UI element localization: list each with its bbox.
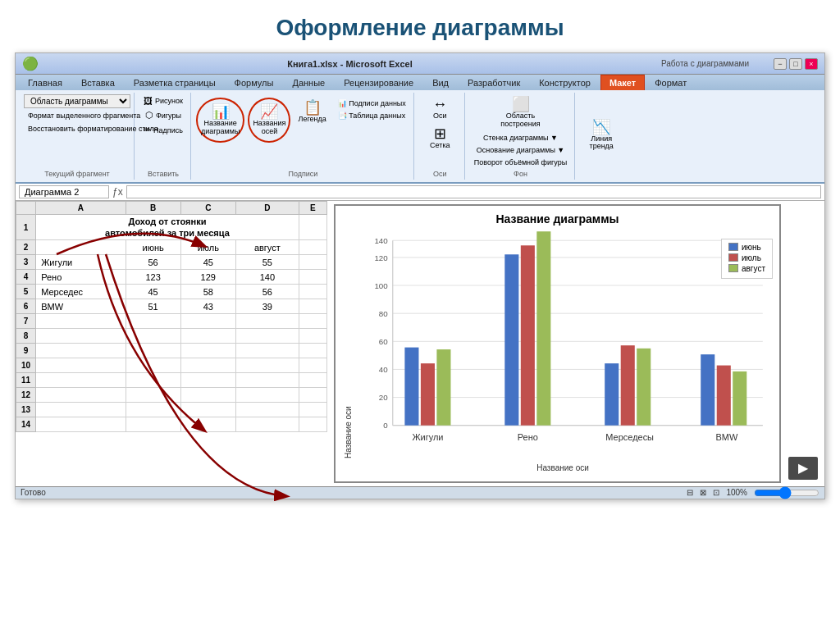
trendline-btn[interactable]: 📉 Линиятренда bbox=[585, 117, 618, 154]
table-row: 14 bbox=[16, 417, 327, 432]
cell-5d[interactable]: 56 bbox=[235, 285, 299, 299]
col-header-a: A bbox=[36, 201, 126, 214]
cell-2b[interactable]: июнь bbox=[126, 240, 180, 255]
tab-view[interactable]: Вид bbox=[423, 75, 458, 90]
next-slide-button[interactable] bbox=[788, 457, 818, 480]
status-text: Готово bbox=[21, 488, 46, 497]
zoom-slider[interactable] bbox=[754, 488, 819, 498]
tab-page-layout[interactable]: Разметка страницы bbox=[125, 75, 225, 90]
cell-2e[interactable] bbox=[299, 240, 326, 255]
group-label-current: Текущий фрагмент bbox=[44, 168, 109, 178]
tab-insert[interactable]: Вставка bbox=[72, 75, 124, 90]
cell-4c[interactable]: 129 bbox=[180, 270, 235, 285]
axes-btn[interactable]: ↔ Оси bbox=[423, 94, 456, 123]
cell-3b[interactable]: 56 bbox=[126, 255, 180, 270]
formula-bar: ƒx bbox=[16, 184, 824, 201]
cell-title[interactable]: Доход от стоянкиавтомобилей за три месяц… bbox=[36, 214, 299, 240]
maximize-button[interactable]: □ bbox=[789, 58, 802, 70]
cell-2c[interactable]: июль bbox=[180, 240, 235, 255]
view-normal-icon[interactable]: ⊟ bbox=[687, 488, 693, 497]
cell-4a[interactable]: Рено bbox=[36, 270, 126, 285]
tab-developer[interactable]: Разработчик bbox=[459, 75, 529, 90]
row-header-5: 5 bbox=[16, 285, 36, 299]
shapes-btn[interactable]: ⬡ Фигуры bbox=[141, 108, 185, 122]
tab-review[interactable]: Рецензирование bbox=[335, 75, 422, 90]
rotate-3d-btn[interactable]: Поворот объёмной фигуры bbox=[470, 157, 571, 168]
cell-4d[interactable]: 140 bbox=[235, 270, 299, 285]
cell-5c[interactable]: 58 bbox=[180, 285, 235, 299]
y-axis-label: Название оси bbox=[342, 229, 353, 458]
tab-formulas[interactable]: Формулы bbox=[226, 75, 283, 90]
chart-area-dropdown[interactable]: Область диаграммы bbox=[24, 94, 130, 108]
cell-3c[interactable]: 45 bbox=[180, 255, 235, 270]
legend-btn[interactable]: 📋 Легенда bbox=[294, 98, 330, 126]
cell-5b[interactable]: 45 bbox=[126, 285, 180, 299]
legend-label-june: июнь bbox=[742, 243, 761, 252]
chart-wall-btn[interactable]: Стенка диаграммы ▼ bbox=[479, 132, 562, 144]
tab-layout[interactable]: Макет bbox=[600, 75, 645, 90]
gridlines-btn[interactable]: ⊞ Сетка bbox=[423, 124, 456, 153]
chart-area: Название диаграммы Название оси bbox=[327, 201, 824, 486]
row-header-6: 6 bbox=[16, 299, 36, 314]
ribbon-group-background: ⬜ Областьпостроения Стенка диаграммы ▼ О… bbox=[467, 93, 575, 180]
cell-6c[interactable]: 43 bbox=[180, 299, 235, 314]
legend-item-august: август bbox=[728, 264, 765, 273]
legend-label-august: август bbox=[742, 264, 765, 273]
chart-legend: июнь июль август bbox=[721, 239, 773, 279]
textbox-btn[interactable]: ✏ Надпись bbox=[139, 123, 187, 137]
cell-3d[interactable]: 55 bbox=[235, 255, 299, 270]
cell-4e[interactable] bbox=[299, 270, 326, 285]
group-label-labels: Подписи bbox=[288, 168, 317, 178]
minimize-button[interactable]: − bbox=[774, 58, 787, 70]
cell-6b[interactable]: 51 bbox=[126, 299, 180, 314]
plot-area-btn[interactable]: ⬜ Областьпостроения bbox=[496, 94, 544, 131]
cell-3e[interactable] bbox=[299, 255, 326, 270]
cell-6a[interactable]: BMW bbox=[36, 299, 126, 314]
cell-6d[interactable]: 39 bbox=[235, 299, 299, 314]
svg-text:40: 40 bbox=[379, 365, 388, 374]
cell-5e[interactable] bbox=[299, 285, 326, 299]
name-box[interactable] bbox=[19, 185, 109, 198]
plot-area-icon: ⬜ bbox=[512, 97, 530, 112]
tab-home[interactable]: Главная bbox=[19, 75, 71, 90]
view-layout-icon[interactable]: ⊠ bbox=[700, 488, 706, 497]
tab-format[interactable]: Формат bbox=[646, 75, 696, 90]
formula-input[interactable] bbox=[126, 185, 821, 198]
bar-bmw-july bbox=[717, 365, 731, 425]
chart-floor-btn[interactable]: Основание диаграммы ▼ bbox=[472, 144, 569, 156]
view-page-icon[interactable]: ⊡ bbox=[713, 488, 719, 497]
restore-style-btn[interactable]: Восстановить форматирование стиля bbox=[24, 123, 130, 134]
svg-text:140: 140 bbox=[374, 236, 388, 245]
cell-1e[interactable] bbox=[299, 214, 326, 240]
axis-title-btn[interactable]: 📈 Названияосей bbox=[248, 98, 290, 143]
chart-container[interactable]: Название диаграммы Название оси bbox=[334, 204, 781, 483]
ribbon-insert-content: 🖼 Рисунок ⬡ Фигуры ✏ Надпись bbox=[139, 94, 187, 168]
close-button[interactable]: × bbox=[805, 58, 818, 70]
cell-6e[interactable] bbox=[299, 299, 326, 314]
tab-data[interactable]: Данные bbox=[283, 75, 334, 90]
bar-merch-august bbox=[637, 349, 651, 426]
plot-area-label: Областьпостроения bbox=[500, 112, 540, 129]
chart-title: Название диаграммы bbox=[342, 212, 773, 226]
tab-constructor[interactable]: Конструктор bbox=[530, 75, 600, 90]
legend-color-july bbox=[728, 253, 738, 262]
bar-bmw-june bbox=[701, 354, 714, 426]
svg-text:120: 120 bbox=[374, 253, 388, 262]
table-row: 7 bbox=[16, 314, 327, 329]
chart-title-btn[interactable]: 📊 Названиедиаграммы bbox=[196, 98, 244, 143]
cell-2a[interactable] bbox=[36, 240, 126, 255]
legend-label: Легенда bbox=[298, 116, 326, 124]
picture-btn[interactable]: 🖼 Рисунок bbox=[139, 94, 187, 107]
cell-2d[interactable]: август bbox=[235, 240, 299, 255]
cell-3a[interactable]: Жигули bbox=[36, 255, 126, 270]
gridlines-icon: ⊞ bbox=[434, 126, 446, 141]
axis-title-icon: 📈 bbox=[260, 104, 278, 119]
cell-5a[interactable]: Мерседес bbox=[36, 285, 126, 299]
format-selection-btn[interactable]: Формат выделенного фрагмента bbox=[24, 110, 130, 121]
bar-reno-july bbox=[521, 245, 535, 425]
page-title: Оформление диаграммы bbox=[16, 15, 824, 41]
data-labels-btn[interactable]: 📊 Подписи данных bbox=[334, 98, 410, 109]
svg-text:80: 80 bbox=[379, 309, 388, 318]
cell-4b[interactable]: 123 bbox=[126, 270, 180, 285]
data-table-btn[interactable]: 📑 Таблица данных bbox=[334, 110, 410, 121]
